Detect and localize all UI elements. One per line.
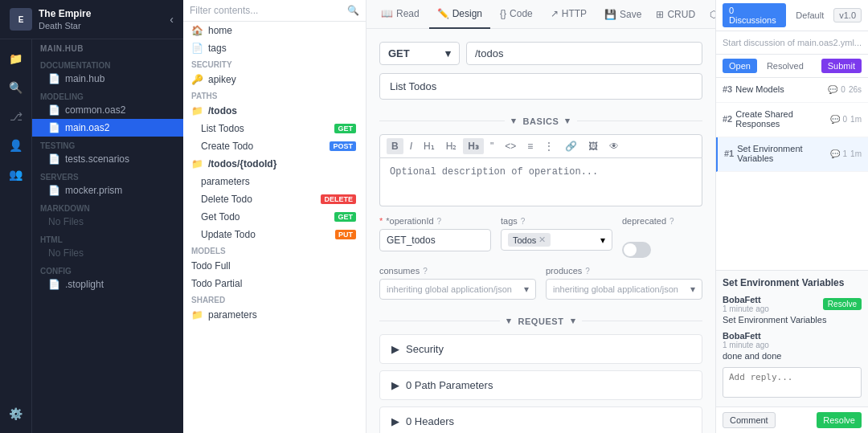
rt-toolbar: B I H₁ H₂ H₃ " <> ≡ ⋮ 🔗 🖼 👁 — [379, 134, 702, 158]
tree-section-models: MODELS — [183, 243, 366, 257]
tab-http[interactable]: ↗ HTTP — [542, 0, 595, 29]
tree-item-tags[interactable]: 📄 tags — [183, 39, 366, 57]
operation-id-input[interactable] — [379, 229, 491, 251]
section-config: CONFIG — [32, 265, 183, 276]
tree-item-todos-folder[interactable]: 📁 /todos — [183, 102, 366, 120]
nav-icon-user[interactable]: 👤 — [3, 133, 29, 158]
ul-btn[interactable]: ≡ — [522, 138, 538, 154]
crud-btn[interactable]: ⊞ CRUD — [649, 9, 702, 20]
tree-item-todo-partial[interactable]: Todo Partial — [183, 275, 366, 292]
resolved-tab[interactable]: Resolved — [760, 59, 810, 73]
submit-btn[interactable]: Submit — [821, 59, 862, 73]
remove-tag-icon[interactable]: ✕ — [538, 235, 546, 245]
nav-icon-group[interactable]: 👥 — [3, 161, 29, 187]
deprecated-toggle[interactable] — [622, 242, 651, 258]
deprecated-label: deprecated ? — [622, 216, 702, 226]
disc-item-1[interactable]: #1 Set Environment Variables 💬 1 1m — [716, 137, 868, 172]
discussions-panel: 0 Discussions Default v1.0 Start discuss… — [715, 0, 868, 433]
description-textarea[interactable]: Optional description of operation... — [379, 158, 702, 206]
tree-item-home[interactable]: 🏠 home — [183, 22, 366, 39]
bottom-buttons: Comment Resolve — [716, 406, 868, 433]
tree-item-apikey[interactable]: 🔑 apikey — [183, 71, 366, 88]
disc-item-2[interactable]: #2 Create Shared Responses 💬 0 1m — [716, 103, 868, 137]
section-servers: SERVERS — [32, 171, 183, 182]
tags-select[interactable]: Todos ✕ ▾ — [501, 229, 612, 251]
resolve-btn-bottom[interactable]: Resolve — [817, 412, 862, 428]
tree-item-create-todo[interactable]: Create Todo POST — [183, 137, 366, 155]
search-icon: 🔍 — [347, 5, 359, 16]
h1-btn[interactable]: H₁ — [419, 138, 440, 154]
code-inline-btn[interactable]: <> — [500, 138, 521, 154]
path-btn[interactable]: ⬡ Path — [703, 9, 715, 20]
path-input[interactable]: /todos — [466, 42, 702, 65]
nav-icon-search[interactable]: 🔍 — [3, 75, 29, 100]
basics-collapse-icon[interactable]: ▾ — [511, 116, 517, 126]
tree-item-shared-params[interactable]: 📁 parameters — [183, 306, 366, 324]
default-tab[interactable]: Default — [789, 8, 830, 22]
sidebar-item-mocker[interactable]: 📄 mocker.prism — [32, 182, 183, 199]
link-btn[interactable]: 🔗 — [560, 138, 582, 154]
tree-item-get-todo[interactable]: Get Todo GET — [183, 208, 366, 226]
disc-title-3: New Models — [735, 84, 825, 94]
tab-code[interactable]: {} Code — [492, 0, 541, 29]
produces-select[interactable]: inheriting global application/json ▾ — [546, 279, 702, 300]
quote-btn[interactable]: " — [485, 138, 498, 154]
disc-item-3[interactable]: #3 New Models 💬 0 26s — [716, 78, 868, 103]
nav-icon-settings[interactable]: ⚙️ — [3, 401, 29, 427]
tags-label: tags ? — [501, 216, 612, 226]
collapsible-security-header[interactable]: ▶ Security — [380, 335, 702, 363]
sidebar-toggle[interactable]: ‹ — [170, 13, 174, 26]
sidebar-item-common-oas2[interactable]: 📄 common.oas2 — [32, 101, 183, 119]
comment-btn[interactable]: Comment — [723, 412, 776, 428]
badge-delete: DELETE — [321, 194, 356, 204]
sidebar-item-main-hub[interactable]: 📄 main.hub — [32, 70, 183, 88]
request-expand-icon[interactable]: ▾ — [571, 316, 576, 326]
italic-btn[interactable]: I — [405, 138, 417, 154]
tree-item-update-todo[interactable]: Update Todo PUT — [183, 226, 366, 243]
nav-icon-git[interactable]: ⎇ — [3, 104, 29, 129]
collapsible-headers-header[interactable]: ▶ 0 Headers — [380, 407, 702, 433]
request-collapse-icon[interactable]: ▾ — [506, 316, 512, 326]
resolve-btn-1[interactable]: Resolve — [823, 298, 862, 310]
tree-item-parameters[interactable]: parameters — [183, 173, 366, 190]
nav-icon-files[interactable]: 📁 — [3, 46, 29, 71]
discussions-tab[interactable]: 0 Discussions — [723, 3, 786, 27]
consumes-label: consumes ? — [379, 266, 536, 276]
h3-btn[interactable]: H₃ — [463, 138, 484, 154]
tree-item-delete-todo[interactable]: Delete Todo DELETE — [183, 190, 366, 208]
open-tab[interactable]: Open — [723, 59, 757, 73]
tree-item-todoid-folder[interactable]: 📁 /todos/{todoId} — [183, 155, 366, 173]
badge-post-create: POST — [330, 141, 356, 151]
file-tree-search-input[interactable] — [190, 5, 347, 16]
tree-item-todo-full[interactable]: Todo Full — [183, 257, 366, 275]
image-btn[interactable]: 🖼 — [583, 138, 603, 154]
tags-dropdown-icon[interactable]: ▾ — [600, 235, 605, 246]
summary-input[interactable] — [379, 73, 702, 100]
method-select[interactable]: GET ▾ — [379, 42, 460, 65]
bold-btn[interactable]: B — [387, 138, 403, 154]
sidebar-item-tests[interactable]: 📄 tests.scenarios — [32, 150, 183, 168]
file-icon-active: 📄 — [48, 122, 60, 133]
crud-icon: ⊞ — [656, 9, 664, 20]
tab-read[interactable]: 📖 Read — [373, 0, 428, 29]
path-params-expand-icon: ▶ — [391, 379, 399, 391]
ol-btn[interactable]: ⋮ — [539, 138, 559, 154]
h2-btn[interactable]: H₂ — [441, 138, 462, 154]
save-btn[interactable]: 💾 Save — [598, 9, 648, 20]
consumes-select[interactable]: inheriting global application/json ▾ — [379, 279, 536, 300]
method-dropdown-icon: ▾ — [445, 47, 451, 59]
tab-design[interactable]: ✏️ Design — [429, 0, 490, 29]
thread-msg-2: BobaFett 1 minute ago done and done — [723, 331, 862, 361]
reply-input[interactable] — [723, 367, 862, 398]
tag-todos-badge: Todos ✕ — [508, 233, 551, 247]
sidebar-item-main-oas2[interactable]: 📄 main.oas2 — [32, 119, 183, 137]
discussion-start-text: Start discussion of main.oas2.yml... — [716, 31, 868, 55]
eye-btn[interactable]: 👁 — [604, 138, 624, 154]
tree-item-list-todos[interactable]: List Todos GET — [183, 120, 366, 137]
collapsible-path-params-header[interactable]: ▶ 0 Path Parameters — [380, 371, 702, 399]
section-modeling: MODELING — [32, 91, 183, 101]
basics-expand-icon[interactable]: ▾ — [565, 116, 571, 126]
sidebar-item-stoplight[interactable]: 📄 .stoplight — [32, 276, 183, 293]
app-logo: E — [10, 8, 32, 31]
file-icon: 📄 — [48, 279, 60, 290]
